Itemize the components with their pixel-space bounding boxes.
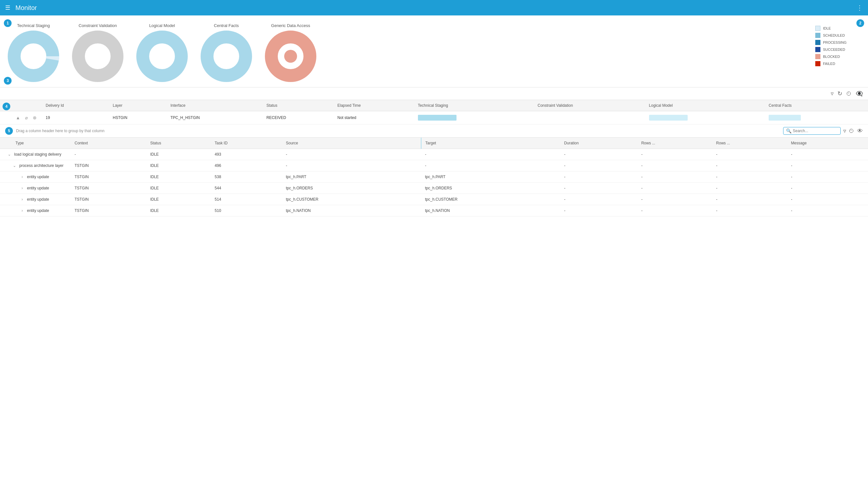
delivery-row-controls: ▲ ⌀ ⊗ xyxy=(0,111,42,124)
task-rows2-cell: - xyxy=(712,149,787,160)
task-rows2-cell: - xyxy=(712,183,787,194)
svg-point-11 xyxy=(284,50,297,63)
more-options-icon[interactable]: ⋮ xyxy=(857,4,863,11)
main-toolbar: ▿ ↻ ⏲ 👁️‍🗨️ xyxy=(0,88,868,100)
tasks-table: Type Context Status Task ID Source Targe… xyxy=(0,138,868,216)
task-type-cell: › entity update xyxy=(0,183,71,194)
expand-row-icon[interactable]: › xyxy=(19,174,25,180)
refresh-icon[interactable]: ↻ xyxy=(838,90,842,97)
expand-row-icon[interactable]: ⌄ xyxy=(11,163,17,169)
donuts-section: 1 2 Technical Staging Constraint Validat… xyxy=(0,16,868,88)
task-taskid-cell: 514 xyxy=(211,194,282,205)
tasks-filter-icon[interactable]: ▿ xyxy=(843,127,846,134)
tasks-col-rows2: Rows ... xyxy=(712,138,787,149)
delivery-constraint-bar xyxy=(534,111,645,124)
donut-technical-staging: Technical Staging xyxy=(8,23,59,82)
tasks-col-duration: Duration xyxy=(560,138,638,149)
legend-failed: FAILED xyxy=(815,61,860,66)
task-target-cell: tpc_h.PART xyxy=(421,171,560,183)
delivery-central-bar xyxy=(765,111,868,124)
collapse-icon[interactable]: ▲ xyxy=(15,115,21,121)
task-status-cell: IDLE xyxy=(146,149,211,160)
drag-hint: Drag a column header here to group by th… xyxy=(16,129,104,133)
legend-label-blocked: BLOCKED xyxy=(823,55,840,58)
svg-point-2 xyxy=(24,47,43,66)
task-taskid-cell: 510 xyxy=(211,205,282,216)
expand-row-icon[interactable]: ⌄ xyxy=(6,151,12,157)
legend-color-idle xyxy=(815,26,820,31)
task-taskid-cell: 544 xyxy=(211,183,282,194)
delivery-col-logical: Logical Model xyxy=(645,100,765,111)
task-rows2-cell: - xyxy=(712,205,787,216)
tasks-section-header: 5 Drag a column header here to group by … xyxy=(0,124,868,138)
task-rows1-cell: - xyxy=(638,171,712,183)
chart-legend: IDLE SCHEDULED PROCESSING SUCCEEDED BLOC… xyxy=(815,23,860,66)
app-title: Monitor xyxy=(16,4,37,11)
task-duration-cell: - xyxy=(560,205,638,216)
delivery-elapsed-cell: Not started xyxy=(333,111,414,124)
delivery-col-interface: Interface xyxy=(167,100,262,111)
tasks-col-context: Context xyxy=(71,138,146,149)
task-row: › entity update TSTGIN IDLE 544 tpc_h.OR… xyxy=(0,183,868,194)
tasks-col-status: Status xyxy=(146,138,211,149)
task-message-cell: - xyxy=(787,205,868,216)
expand-row-icon[interactable]: › xyxy=(19,185,25,191)
task-target-cell: tpc_h.ORDERS xyxy=(421,183,560,194)
tasks-toolbar: 🔍 ▿ ⏲ 👁 xyxy=(783,127,863,135)
donut-central-facts: Central Facts xyxy=(201,23,252,82)
tasks-history-icon[interactable]: ⏲ xyxy=(849,128,854,134)
legend-label-scheduled: SCHEDULED xyxy=(823,33,845,37)
search-input[interactable] xyxy=(793,129,838,133)
task-type-label: entity update xyxy=(27,208,49,213)
legend-idle: IDLE xyxy=(815,26,860,31)
expand-row-icon[interactable]: › xyxy=(19,196,25,202)
delivery-status-cell: RECEIVED xyxy=(263,111,334,124)
task-type-cell: › entity update xyxy=(0,194,71,205)
delivery-col-constraint: Constraint Validation xyxy=(534,100,645,111)
task-target-cell: tpc_h.CUSTOMER xyxy=(421,194,560,205)
donut-constraint-validation: Constraint Validation xyxy=(72,23,124,82)
task-target-cell: tpc_h.NATION xyxy=(421,205,560,216)
svg-point-4 xyxy=(88,47,107,66)
filter-icon[interactable]: ▿ xyxy=(831,90,834,97)
delivery-col-central: Central Facts xyxy=(765,100,868,111)
svg-point-8 xyxy=(217,47,236,66)
legend-scheduled: SCHEDULED xyxy=(815,33,860,38)
task-status-cell: IDLE xyxy=(146,183,211,194)
task-type-cell: ⌄ process architecture layer xyxy=(0,160,71,171)
history-icon[interactable]: ⏲ xyxy=(846,90,852,97)
task-rows1-cell: - xyxy=(638,149,712,160)
task-message-cell: - xyxy=(787,194,868,205)
task-rows2-cell: - xyxy=(712,194,787,205)
task-message-cell: - xyxy=(787,149,868,160)
donut-label-constraint-validation: Constraint Validation xyxy=(79,23,117,28)
legend-color-succeeded xyxy=(815,47,820,52)
task-type-cell: › entity update xyxy=(0,205,71,216)
task-row: ⌄ process architecture layer TSTGIN IDLE… xyxy=(0,160,868,171)
task-rows1-cell: - xyxy=(638,205,712,216)
delivery-col-status: Status xyxy=(263,100,334,111)
legend-label-processing: PROCESSING xyxy=(823,41,846,44)
tasks-col-type: Type xyxy=(0,138,71,149)
tasks-hide-icon[interactable]: 👁 xyxy=(857,128,863,134)
task-source-cell: tpc_h.ORDERS xyxy=(282,183,421,194)
badge-5: 5 xyxy=(5,127,13,135)
stop-icon[interactable]: ⊗ xyxy=(31,115,38,121)
task-source-cell: tpc_h.CUSTOMER xyxy=(282,194,421,205)
legend-blocked: BLOCKED xyxy=(815,54,860,59)
task-target-cell: - xyxy=(421,160,560,171)
task-type-label: entity update xyxy=(27,186,49,190)
hide-icon[interactable]: 👁️‍🗨️ xyxy=(856,90,863,97)
pause-icon[interactable]: ⌀ xyxy=(23,115,30,121)
task-rows1-cell: - xyxy=(638,183,712,194)
expand-row-icon[interactable]: › xyxy=(19,208,25,214)
task-type-label: load logical staging delivery xyxy=(14,152,61,156)
task-type-cell: ⌄ load logical staging delivery xyxy=(0,149,71,160)
task-source-cell: - xyxy=(282,149,421,160)
task-rows1-cell: - xyxy=(638,160,712,171)
svg-point-6 xyxy=(152,47,172,66)
task-rows2-cell: - xyxy=(712,160,787,171)
task-context-cell: TSTGIN xyxy=(71,183,146,194)
menu-icon[interactable]: ☰ xyxy=(5,4,10,11)
search-box[interactable]: 🔍 xyxy=(783,127,841,135)
